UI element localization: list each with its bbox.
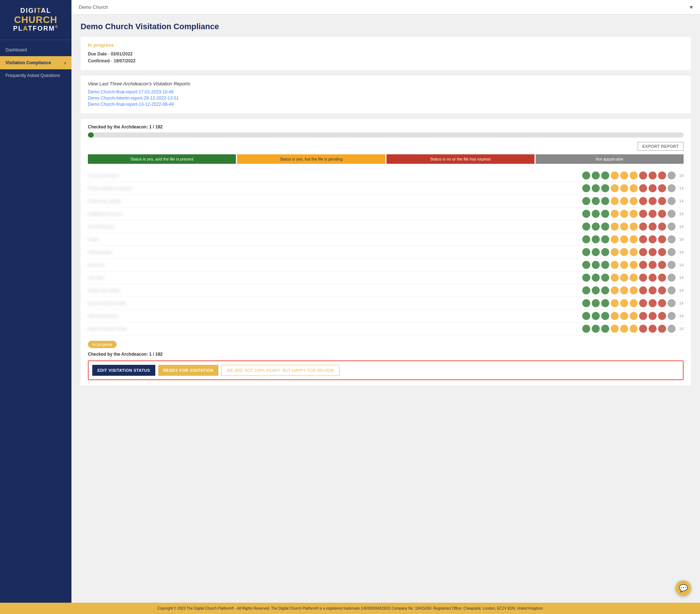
due-date-value: 03/01/2022 xyxy=(111,51,133,57)
dot-green xyxy=(592,197,600,205)
row-count: 14 xyxy=(677,250,684,254)
row-dots: 14 xyxy=(582,210,684,218)
dot-green xyxy=(601,286,609,294)
dot-green xyxy=(601,184,609,192)
dot-yellow xyxy=(611,210,619,218)
dot-green xyxy=(601,299,609,307)
chevron-right-icon: › xyxy=(64,60,66,66)
row-label: Risk Assessment xyxy=(88,314,582,318)
dot-yellow xyxy=(620,171,628,179)
dot-grey xyxy=(668,312,676,320)
row-dots: 14 xyxy=(582,197,684,205)
dot-grey xyxy=(668,210,676,218)
dot-green xyxy=(582,312,590,320)
dot-red xyxy=(649,171,657,179)
legend-green: Status is yes, and the file is present xyxy=(88,154,236,164)
row-label: Public Liability Insurance xyxy=(88,186,582,190)
table-row: Buildings Insurance 14 xyxy=(88,208,684,220)
row-label: Buildings Insurance xyxy=(88,212,582,216)
dot-red xyxy=(639,197,647,205)
dot-yellow xyxy=(630,274,638,282)
dot-yellow xyxy=(620,261,628,269)
dot-red xyxy=(639,210,647,218)
dot-red xyxy=(649,197,657,205)
dot-red xyxy=(639,248,647,256)
footer-text: Copyright © 2023 The Digital Church Plat… xyxy=(157,606,543,610)
dot-red xyxy=(649,299,657,307)
row-count: 14 xyxy=(677,199,684,203)
dot-yellow xyxy=(620,210,628,218)
sidebar-navigation: Dashboard Visitation Compliance › Freque… xyxy=(0,44,71,82)
dot-green xyxy=(582,274,590,282)
row-count: 14 xyxy=(677,263,684,267)
dot-red xyxy=(658,312,666,320)
export-row: EXPORT REPORT xyxy=(88,142,684,151)
dot-green xyxy=(582,248,590,256)
dot-red xyxy=(649,274,657,282)
row-count: 14 xyxy=(677,186,684,190)
dot-grey xyxy=(668,248,676,256)
reports-section: View Last Three Archdeacon's Visitation … xyxy=(81,76,691,113)
sidebar-item-dashboard-label: Dashboard xyxy=(5,47,27,53)
edit-visitation-status-button[interactable]: EDIT VISITATION STATUS xyxy=(92,365,155,376)
status-badge: In progress xyxy=(88,341,117,348)
dot-yellow xyxy=(630,299,638,307)
dot-green xyxy=(592,235,600,243)
report-link-2[interactable]: Demo Church-interim-report-29-12-2022-13… xyxy=(88,96,684,101)
topbar-chevron-icon[interactable]: ▾ xyxy=(690,4,693,11)
row-dots: 14 xyxy=(582,184,684,192)
row-count: 14 xyxy=(677,212,684,216)
chat-button[interactable]: 💬 xyxy=(676,580,691,596)
dot-green xyxy=(582,325,590,333)
dot-red xyxy=(639,223,647,231)
checked-by-text: Checked by the Archdeacon: xyxy=(88,124,148,130)
table-row: Safeguarding 14 xyxy=(88,246,684,259)
dot-red xyxy=(639,184,647,192)
dot-green xyxy=(582,261,590,269)
dot-green xyxy=(592,261,600,269)
dot-yellow xyxy=(611,286,619,294)
dot-yellow xyxy=(611,223,619,231)
row-count: 14 xyxy=(677,224,684,229)
logo-line3: PLATFORM® xyxy=(5,25,66,32)
export-report-button[interactable]: EXPORT REPORT xyxy=(638,142,684,151)
dot-green xyxy=(592,248,600,256)
dot-green xyxy=(592,184,600,192)
row-count: 14 xyxy=(677,173,684,178)
dot-grey xyxy=(668,261,676,269)
dot-green xyxy=(601,274,609,282)
legend-row: Status is yes, and the file is present S… xyxy=(88,154,684,164)
dot-yellow xyxy=(620,274,628,282)
dot-yellow xyxy=(630,286,638,294)
dot-green xyxy=(582,184,590,192)
dot-yellow xyxy=(611,248,619,256)
row-count: 14 xyxy=(677,288,684,293)
row-dots: 14 xyxy=(582,235,684,243)
dot-green xyxy=(601,325,609,333)
row-label: Environmental Health xyxy=(88,301,582,305)
footer: Copyright © 2023 The Digital Church Plat… xyxy=(0,603,700,614)
bottom-checked-count: 1 / 182 xyxy=(149,352,163,357)
row-dots: 14 xyxy=(582,171,684,179)
sidebar-item-dashboard[interactable]: Dashboard xyxy=(0,44,71,56)
sidebar-item-visitation-compliance[interactable]: Visitation Compliance › xyxy=(0,56,71,69)
ready-for-visitation-button[interactable]: READY FOR VISITATION xyxy=(158,365,219,376)
dot-grey xyxy=(668,197,676,205)
dot-red xyxy=(639,299,647,307)
report-link-1[interactable]: Demo Church-final-report-17-01-2023-10-4… xyxy=(88,89,684,94)
row-count: 14 xyxy=(677,275,684,280)
dot-yellow xyxy=(630,312,638,320)
checked-count: 1 / 182 xyxy=(149,124,163,130)
dot-red xyxy=(649,184,657,192)
dot-yellow xyxy=(630,197,638,205)
not-ready-button[interactable]: WE ARE NOT 100% READY, BUT HAPPY FOR REV… xyxy=(221,365,339,376)
page-title: Demo Church Visitation Compliance xyxy=(81,22,691,31)
report-link-3[interactable]: Demo Church-final-report-13-12-2022-08-4… xyxy=(88,102,684,107)
row-dots: 14 xyxy=(582,274,684,282)
logo: DIGITAL CHURCH PLATFORM® xyxy=(0,0,71,40)
sidebar-item-faq[interactable]: Frequently Asked Questions xyxy=(0,69,71,82)
row-dots: 14 xyxy=(582,325,684,333)
row-label: Fabric xyxy=(88,237,582,242)
compliance-section: Checked by the Archdeacon: 1 / 182 EXPOR… xyxy=(81,119,691,386)
confirmed-label: Confirmed xyxy=(88,58,110,63)
